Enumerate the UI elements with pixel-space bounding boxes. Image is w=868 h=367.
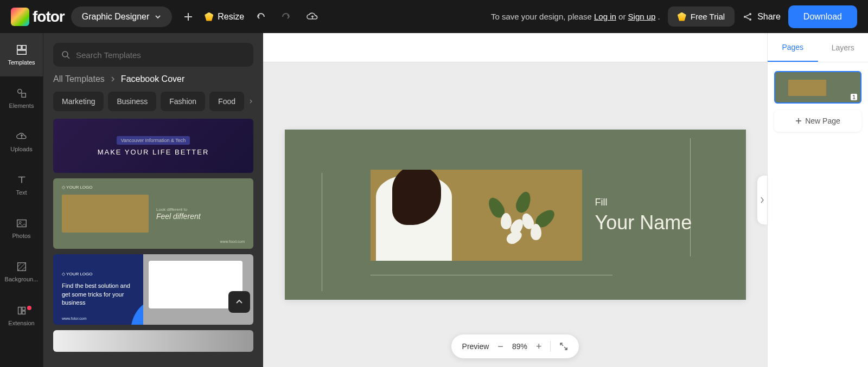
- signup-link[interactable]: Sign up: [628, 12, 656, 21]
- guide-line: [371, 275, 612, 275]
- svg-rect-3: [17, 46, 21, 49]
- template-thumb-image: [62, 195, 149, 233]
- logo-icon: [11, 8, 29, 26]
- new-page-button[interactable]: New Page: [774, 110, 861, 132]
- resize-button[interactable]: Resize: [205, 12, 244, 22]
- search-input[interactable]: [76, 50, 246, 60]
- template-item[interactable]: Vancouver Information & Tech MAKE YOUR L…: [53, 119, 253, 173]
- cloud-upload-icon: [306, 10, 319, 23]
- plus-icon: [795, 118, 802, 124]
- svg-rect-13: [22, 311, 24, 314]
- brand-logo[interactable]: fotor: [11, 8, 65, 26]
- svg-rect-5: [17, 50, 26, 54]
- save-message: To save your design, please Log in or Si…: [491, 12, 660, 21]
- elements-icon: [16, 87, 28, 99]
- expand-icon[interactable]: [559, 342, 568, 351]
- canvas-text-big: Your Name: [595, 211, 692, 234]
- add-button[interactable]: [178, 7, 198, 27]
- breadcrumb-current: Facebook Cover: [121, 74, 184, 84]
- canvas-text-small: Fill: [595, 197, 692, 208]
- page-thumbnail[interactable]: 1: [774, 71, 861, 104]
- free-trial-button[interactable]: Free Trial: [668, 7, 735, 27]
- zoom-bar: Preview − 89% +: [451, 334, 579, 358]
- svg-point-14: [62, 51, 68, 57]
- zoom-value: 89%: [512, 342, 527, 351]
- svg-rect-12: [22, 307, 24, 311]
- text-icon: [16, 174, 28, 186]
- login-link[interactable]: Log in: [594, 12, 616, 21]
- thumb-image: [788, 80, 826, 96]
- svg-rect-7: [22, 93, 25, 97]
- mode-dropdown[interactable]: Graphic Designer: [71, 7, 173, 27]
- rail-photos[interactable]: Photos: [0, 207, 43, 250]
- mode-label: Graphic Designer: [82, 12, 150, 22]
- scroll-top-button[interactable]: [228, 291, 250, 313]
- background-icon: [16, 261, 28, 273]
- download-label: Download: [803, 12, 842, 21]
- pages-tabs: Pages Layers: [768, 33, 868, 62]
- canvas-toolbar: [263, 33, 767, 62]
- redo-button[interactable]: [277, 7, 296, 27]
- canvas-text[interactable]: Fill Your Name: [595, 197, 692, 234]
- rail-elements[interactable]: Elements: [0, 76, 43, 120]
- diamond-icon: [205, 12, 213, 21]
- rail-extension[interactable]: Extension: [0, 293, 43, 337]
- rail-text[interactable]: Text: [0, 163, 43, 207]
- rail-uploads[interactable]: Uploads: [0, 120, 43, 163]
- tab-layers[interactable]: Layers: [818, 33, 869, 62]
- tab-pages[interactable]: Pages: [768, 33, 818, 62]
- svg-point-1: [749, 13, 751, 15]
- svg-point-9: [19, 221, 21, 223]
- svg-point-2: [749, 18, 751, 21]
- rail-background[interactable]: Backgroun...: [0, 250, 43, 293]
- zoom-out-button[interactable]: −: [497, 341, 503, 352]
- zoom-in-button[interactable]: +: [536, 341, 542, 352]
- expand-right-button[interactable]: [757, 176, 767, 224]
- divider: [550, 341, 551, 352]
- share-button[interactable]: Share: [742, 11, 781, 22]
- resize-label: Resize: [218, 12, 244, 22]
- chevron-right-icon: [760, 197, 764, 203]
- left-rail: Templates Elements Uploads Text Photos B…: [0, 33, 43, 367]
- guide-line: [322, 173, 322, 291]
- design-canvas[interactable]: Fill Your Name: [285, 130, 746, 300]
- download-button[interactable]: Download: [788, 5, 857, 28]
- chevron-right-icon: [110, 76, 116, 82]
- template-list: Vancouver Information & Tech MAKE YOUR L…: [53, 119, 253, 357]
- svg-rect-11: [18, 307, 21, 314]
- share-icon: [742, 11, 753, 22]
- preview-button[interactable]: Preview: [462, 342, 489, 351]
- undo-icon: [254, 11, 266, 23]
- canvas-stage[interactable]: Fill Your Name: [263, 62, 767, 367]
- undo-button[interactable]: [251, 7, 270, 27]
- redo-icon: [280, 11, 292, 23]
- filter-marketing[interactable]: Marketing: [53, 92, 104, 111]
- filter-business[interactable]: Business: [108, 92, 156, 111]
- template-thumb-image: [143, 254, 253, 325]
- notification-dot-icon: [27, 306, 31, 310]
- template-item[interactable]: ◇ YOUR LOGO Look different to Feel diffe…: [53, 178, 253, 249]
- cloud-button[interactable]: [303, 7, 322, 27]
- brand-name: fotor: [33, 8, 65, 25]
- filter-food[interactable]: Food: [209, 92, 244, 111]
- chevron-right-icon[interactable]: [248, 98, 253, 105]
- photos-icon: [16, 217, 28, 229]
- app-header: fotor Graphic Designer Resize To save yo…: [0, 0, 868, 33]
- search-box[interactable]: [53, 43, 253, 67]
- diamond-icon: [678, 12, 686, 21]
- free-trial-label: Free Trial: [691, 12, 725, 21]
- svg-point-6: [17, 89, 21, 93]
- upload-icon: [16, 131, 28, 143]
- svg-rect-8: [17, 220, 26, 227]
- search-icon: [61, 50, 71, 60]
- template-item[interactable]: [53, 330, 253, 352]
- chevron-down-icon: [155, 14, 161, 20]
- templates-panel: All Templates Facebook Cover Marketing B…: [43, 33, 263, 367]
- chevron-up-icon: [235, 298, 244, 306]
- template-item[interactable]: ◇ YOUR LOGO Find the best solution and g…: [53, 254, 253, 325]
- rail-templates[interactable]: Templates: [0, 33, 43, 76]
- filter-fashion[interactable]: Fashion: [161, 92, 205, 111]
- canvas-image[interactable]: [371, 170, 582, 261]
- filter-row: Marketing Business Fashion Food: [53, 92, 253, 111]
- breadcrumb-root[interactable]: All Templates: [53, 74, 105, 84]
